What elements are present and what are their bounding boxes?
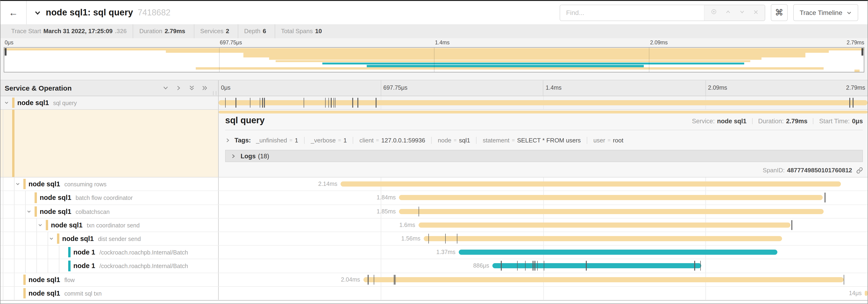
tags-expand-chevron-icon[interactable] xyxy=(225,138,230,143)
ruler-tick-label: 0μs xyxy=(219,80,380,96)
tree-guide-line xyxy=(3,246,3,259)
service-name: node sql1 xyxy=(17,99,49,106)
logs-row[interactable]: Logs (18) xyxy=(225,150,863,162)
span-timeline-cell[interactable]: 1.6ms xyxy=(219,218,868,232)
find-input[interactable] xyxy=(560,5,704,20)
span-row[interactable]: node 1/cockroach.roachpb.Internal/Batch8… xyxy=(0,260,868,273)
tags-row[interactable]: Tags: _unfinished=1_verbose=1client=127.… xyxy=(225,134,863,146)
back-button[interactable]: ← xyxy=(0,1,27,24)
span-row[interactable]: node sql1consuming rows2.14ms xyxy=(0,177,868,191)
span-row[interactable]: node sql1flow2.04ms xyxy=(0,273,868,286)
minimap-tick-label: 2.79ms xyxy=(847,40,864,45)
minimap-right-drag-handle[interactable] xyxy=(862,48,863,56)
prev-match-icon[interactable] xyxy=(725,8,731,17)
tree-guide-line xyxy=(3,191,3,204)
span-tree-cell[interactable]: node sql1sql query xyxy=(0,96,219,109)
timeline-gridline xyxy=(381,260,381,272)
collapse-one-icon[interactable] xyxy=(162,85,169,91)
span-bar[interactable] xyxy=(865,291,868,296)
span-bar[interactable] xyxy=(363,277,843,282)
span-row[interactable]: node sql1commit sql txn14μs xyxy=(0,286,868,300)
span-tree-cell[interactable]: node sql1commit sql txn xyxy=(0,286,219,300)
expand-one-icon[interactable] xyxy=(176,85,182,91)
span-detail-bar[interactable] xyxy=(219,111,868,113)
timeline-gridline xyxy=(381,286,381,300)
trace-stat: Services2 xyxy=(194,24,238,38)
span-names: node sql1batch flow coordinator xyxy=(40,194,133,202)
span-bar[interactable] xyxy=(459,249,777,255)
expand-chevron-icon[interactable] xyxy=(27,209,31,214)
tag-item: _verbose=1 xyxy=(304,137,347,144)
span-row[interactable]: node sql1dist sender send1.56ms xyxy=(0,232,868,246)
span-bar[interactable] xyxy=(424,236,782,241)
service-name: node 1 xyxy=(73,248,95,256)
span-row[interactable]: node sql1colbatchscan1.85ms xyxy=(0,205,868,218)
span-bar[interactable] xyxy=(492,263,702,269)
next-match-icon[interactable] xyxy=(739,8,745,17)
span-tree-cell[interactable]: node sql1batch flow coordinator xyxy=(0,191,219,204)
column-resize-handle[interactable] xyxy=(213,91,216,95)
span-timeline-cell[interactable]: 2.14ms xyxy=(219,177,868,191)
tree-guide-line xyxy=(36,218,37,232)
span-tree-cell[interactable]: node sql1consuming rows xyxy=(0,177,219,191)
find-icon-group xyxy=(704,5,765,20)
span-bar[interactable] xyxy=(219,100,868,105)
span-bar[interactable] xyxy=(418,223,790,228)
span-timeline-cell[interactable]: 2.04ms xyxy=(219,273,868,286)
trace-stat: Duration2.79ms xyxy=(133,24,194,38)
span-bar[interactable] xyxy=(341,182,841,187)
service-name: node sql1 xyxy=(62,235,94,242)
span-timeline-cell[interactable]: 886μs xyxy=(219,260,868,272)
span-names: node sql1commit sql txn xyxy=(29,289,102,298)
minimap-left-drag-handle[interactable] xyxy=(5,48,6,56)
log-event-tick xyxy=(325,98,326,108)
clear-find-icon[interactable] xyxy=(753,8,758,17)
span-row[interactable]: node sql1batch flow coordinator1.84ms xyxy=(0,191,868,205)
timeline-minimap: 0μs697.75μs1.4ms2.09ms2.79ms xyxy=(0,38,868,80)
span-color-accent xyxy=(35,206,37,216)
keyboard-shortcuts-button[interactable]: ⌘ xyxy=(771,4,787,21)
focus-match-icon[interactable] xyxy=(710,8,717,17)
span-tree-cell[interactable]: node sql1dist sender send xyxy=(0,232,219,245)
service-name: node sql1 xyxy=(29,276,60,283)
span-tree-cell[interactable]: node sql1flow xyxy=(0,273,219,286)
span-timeline-cell[interactable]: 1.56ms xyxy=(219,232,868,245)
collapse-all-icon[interactable] xyxy=(189,85,195,91)
span-id-row: SpanID: 4877749850101760812 xyxy=(763,167,863,174)
span-row[interactable]: node sql1txn coordinator send1.6ms xyxy=(0,218,868,232)
span-row[interactable]: node 1/cockroach.roachpb.Internal/Batch1… xyxy=(0,246,868,259)
logs-expand-chevron-icon[interactable] xyxy=(231,154,236,159)
span-bar[interactable] xyxy=(399,195,823,200)
span-color-accent xyxy=(35,193,37,203)
expand-chevron-icon[interactable] xyxy=(16,182,20,187)
tree-guide-line xyxy=(25,246,26,259)
span-timeline-cell[interactable]: 1.37ms xyxy=(219,246,868,259)
span-timeline-cell[interactable]: 1.84ms xyxy=(219,191,868,204)
log-event-tick xyxy=(428,234,429,243)
span-bar[interactable] xyxy=(399,209,824,214)
span-timeline-cell[interactable] xyxy=(219,96,868,109)
span-tree-cell[interactable]: node 1/cockroach.roachpb.Internal/Batch xyxy=(0,260,219,272)
trace-stat: Depth6 xyxy=(238,24,275,38)
view-selector-button[interactable]: Trace Timeline xyxy=(793,4,858,21)
expand-all-icon[interactable] xyxy=(202,85,208,91)
span-tree-cell[interactable]: node sql1colbatchscan xyxy=(0,205,219,218)
minimap-canvas[interactable] xyxy=(4,47,864,72)
span-row[interactable]: node sql1sql query xyxy=(0,96,868,110)
span-detail-panel: sql query Service:node sql1 Duration:2.7… xyxy=(219,110,868,177)
copy-link-icon[interactable] xyxy=(856,167,863,173)
span-tree-cell[interactable]: node 1/cockroach.roachpb.Internal/Batch xyxy=(0,246,219,259)
log-event-tick xyxy=(225,98,226,108)
expand-chevron-icon[interactable] xyxy=(49,236,54,241)
span-timeline-cell[interactable]: 1.85ms xyxy=(219,205,868,218)
expand-chevron-icon[interactable] xyxy=(4,100,9,105)
tree-guide-line xyxy=(3,273,3,286)
tree-guide-line xyxy=(14,286,14,300)
span-names: node sql1txn coordinator send xyxy=(51,221,140,229)
collapse-trace-chevron-icon[interactable] xyxy=(34,9,41,16)
expand-chevron-icon[interactable] xyxy=(38,223,42,228)
service-name: node sql1 xyxy=(40,208,71,215)
span-tree-cell[interactable]: node sql1txn coordinator send xyxy=(0,218,219,232)
span-timeline-cell[interactable]: 14μs xyxy=(219,286,868,300)
tag-item: _unfinished=1 xyxy=(256,137,298,144)
